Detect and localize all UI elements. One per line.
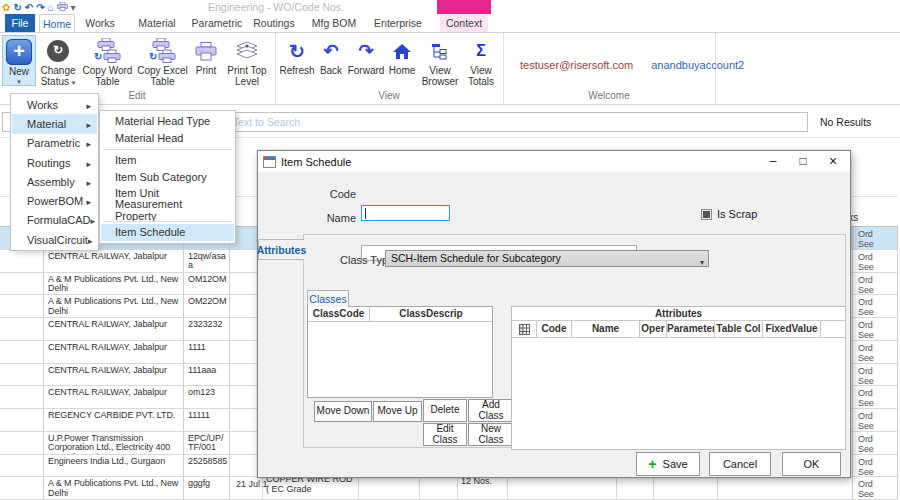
class-type-combobox[interactable]: SCH-Item Schedule for Subcategory: [385, 250, 709, 267]
user-email-link[interactable]: testuser@risersoft.com: [520, 59, 633, 71]
ribbon-tab[interactable]: Works: [80, 14, 120, 32]
home-icon[interactable]: ⌂: [48, 1, 54, 14]
submenu-item[interactable]: Item Sub Category: [101, 169, 234, 186]
app-icon[interactable]: ✿: [2, 1, 10, 14]
menu-item[interactable]: VisualCircuit: [12, 230, 97, 249]
ribbon-tab[interactable]: File: [5, 14, 35, 32]
print-top-level-button[interactable]: Print Top Level: [222, 35, 272, 87]
is-scrap-checkbox[interactable]: [701, 209, 712, 220]
copy-word-table-button[interactable]: ↻ Copy Word Table: [80, 35, 135, 87]
app-window: ✿ ↻ ↶ ↷ ⌂ ▾ Engineering - WO/Code Nos. F…: [0, 0, 900, 500]
ribbon-tab[interactable]: Enterprise: [371, 14, 425, 32]
cell-remark: Ord See: [852, 409, 898, 431]
ribbon-tab[interactable]: Material: [134, 14, 180, 32]
delete-button[interactable]: Delete: [423, 399, 467, 422]
move-down-button[interactable]: Move Down: [314, 401, 372, 422]
close-button[interactable]: ×: [818, 151, 848, 172]
submenu-item[interactable]: Item: [101, 152, 234, 169]
menu-item[interactable]: Parametric: [12, 134, 97, 153]
view-browser-button[interactable]: View Browser: [418, 35, 462, 87]
table-row[interactable]: A & M Publications Pvt. Ltd., New Delhi …: [0, 477, 898, 500]
minimize-button[interactable]: –: [758, 151, 788, 172]
refresh-button[interactable]: ↻ Refresh: [278, 35, 316, 77]
submenu-item[interactable]: Material Head Type: [101, 113, 234, 130]
col-parameter[interactable]: Parameter: [667, 321, 715, 337]
change-status-button[interactable]: ↻ Change Status ▾: [36, 35, 80, 88]
submenu-item[interactable]: Measurement Property: [101, 202, 234, 219]
save-plus-icon: +: [648, 458, 656, 470]
cell-customer: A & M Publications Pvt. Ltd., New Delhi: [44, 295, 184, 317]
cell-customer: Engineers India Ltd., Gurgaon: [44, 455, 184, 477]
ribbon-tab[interactable]: Home: [39, 14, 75, 32]
cell-code: OM12OM: [184, 273, 230, 295]
copy-excel-table-button[interactable]: ↻ PrintCopy Excel Table: [135, 35, 190, 87]
ribbon-tab[interactable]: Context: [440, 14, 488, 32]
group-label-view: View: [278, 90, 500, 104]
tab-attributes[interactable]: Attributes: [258, 239, 304, 260]
submenu-arrow-icon: [86, 99, 91, 111]
add-class-button[interactable]: Add Class: [468, 399, 514, 422]
col-oper[interactable]: Oper: [640, 321, 667, 337]
cancel-button[interactable]: Cancel: [709, 452, 771, 476]
move-up-button[interactable]: Move Up: [373, 401, 422, 422]
submenu-item[interactable]: Material Head: [101, 130, 234, 147]
submenu-arrow-icon: [91, 214, 96, 226]
redo-icon[interactable]: ↷: [36, 1, 44, 14]
col-code[interactable]: Code: [537, 321, 572, 337]
more-caret-icon[interactable]: ▾: [71, 1, 76, 14]
print-icon[interactable]: [57, 1, 68, 14]
cell-code: gggfg: [184, 477, 230, 499]
ribbon-tab[interactable]: Mfg BOM: [308, 14, 360, 32]
cell-code: 11111: [184, 409, 230, 431]
cell-code: 1111: [184, 341, 230, 363]
dialog-titlebar[interactable]: Item Schedule – □ ×: [258, 151, 850, 172]
name-label: Name: [298, 212, 356, 224]
menu-item[interactable]: FormulaCAD: [12, 211, 97, 230]
menu-item[interactable]: Material: [12, 114, 97, 133]
submenu-arrow-icon: [86, 118, 91, 130]
menu-item[interactable]: Works: [12, 95, 97, 114]
copy-word-icon: ↻: [94, 36, 122, 66]
view-totals-button[interactable]: Σ View Totals: [462, 35, 500, 87]
home-icon: [392, 36, 412, 66]
submenu-item[interactable]: [101, 146, 234, 152]
cell-customer: U.P.Power Transmission Corporation Ltd.,…: [44, 432, 184, 454]
ribbon-tab[interactable]: Routings: [251, 14, 297, 32]
text-caret: [365, 208, 366, 219]
col-classcode[interactable]: ClassCode: [308, 307, 370, 321]
account-link[interactable]: anandbuyaccount2: [651, 59, 744, 71]
submenu-item[interactable]: Item Schedule: [101, 224, 234, 241]
col-classdescrip[interactable]: ClassDescrip: [370, 307, 492, 321]
undo-icon[interactable]: ↶: [25, 1, 33, 14]
new-button[interactable]: + New ▾: [2, 35, 36, 86]
save-button[interactable]: + Save: [636, 452, 700, 476]
col-fixedvalue[interactable]: FixedValue: [763, 321, 821, 337]
menu-item[interactable]: Assembly: [12, 172, 97, 191]
cell-code: 12qw/asaa: [184, 250, 230, 272]
classes-grid[interactable]: ClassCode ClassDescrip: [307, 306, 493, 398]
menu-item[interactable]: PowerBOM: [12, 191, 97, 210]
col-tablecol[interactable]: Table Col: [715, 321, 763, 337]
cell-customer: CENTRAL RAILWAY, Jabalpur: [44, 341, 184, 363]
submenu-item[interactable]: [101, 218, 234, 224]
svg-text:↻: ↻: [149, 51, 157, 62]
col-name[interactable]: Name: [572, 321, 640, 337]
home-button[interactable]: Home: [386, 35, 418, 77]
maximize-button[interactable]: □: [788, 151, 818, 172]
code-input[interactable]: [361, 205, 450, 221]
edit-class-button[interactable]: Edit Class: [423, 423, 467, 446]
ok-button[interactable]: OK: [782, 452, 841, 476]
forward-button[interactable]: ↷ Forward: [346, 35, 386, 77]
tab-classes[interactable]: Classes: [307, 290, 349, 307]
refresh-icon: ↻: [289, 40, 305, 63]
new-class-button[interactable]: New Class: [468, 423, 514, 446]
dropdown-caret-icon: ▾: [17, 78, 21, 85]
menu-item[interactable]: Routings: [12, 153, 97, 172]
forward-arrow-icon: ↷: [358, 40, 373, 62]
ribbon-tab[interactable]: Parametric: [190, 14, 244, 32]
is-scrap-label: Is Scrap: [717, 208, 757, 220]
back-button[interactable]: ↶ Back: [316, 35, 346, 77]
refresh-icon[interactable]: ↻: [13, 1, 21, 14]
new-dropdown-menu: Works Material Parametric Routings Assem…: [10, 93, 99, 251]
print-button[interactable]: Print: [190, 35, 222, 77]
